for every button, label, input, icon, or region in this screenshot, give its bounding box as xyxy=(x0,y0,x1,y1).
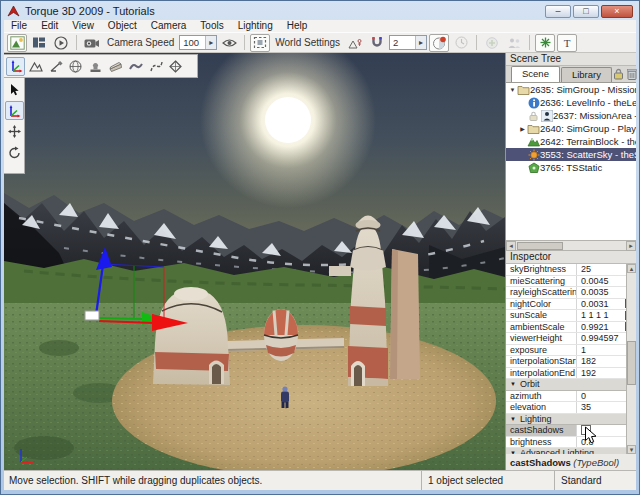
object-snap-magnet-button[interactable] xyxy=(367,34,387,52)
tree-expander-icon[interactable]: ▶ xyxy=(518,125,527,132)
mesh-road-editor-tool[interactable] xyxy=(166,57,185,76)
scroll-right-icon[interactable]: ▸ xyxy=(626,241,636,251)
property-value[interactable]: 25 xyxy=(581,264,591,275)
menu-help[interactable]: Help xyxy=(280,20,315,32)
inspector-scroll-thumb[interactable] xyxy=(627,341,636,385)
property-name[interactable]: viewerHeight xyxy=(506,333,576,344)
gizmo-select-tool[interactable] xyxy=(5,101,24,120)
spinner-arrow-icon[interactable]: ▸ xyxy=(205,36,216,49)
menu-edit[interactable]: Edit xyxy=(34,20,65,32)
gui-editor-button[interactable] xyxy=(29,34,49,52)
property-value[interactable]: 0.0045 xyxy=(581,276,609,287)
minimize-button[interactable]: – xyxy=(545,5,571,18)
scroll-left-icon[interactable]: ◂ xyxy=(506,241,516,251)
forest-editor-tool[interactable] xyxy=(106,57,125,76)
camera-speed-input[interactable]: 100▸ xyxy=(179,35,217,50)
river-editor-tool[interactable] xyxy=(126,57,145,76)
camera-speed-input-value[interactable]: 100 xyxy=(180,36,205,49)
tree-item[interactable]: 3765: TSStatic xyxy=(506,161,636,174)
scroll-thumb[interactable] xyxy=(517,242,563,250)
property-name[interactable]: brightness xyxy=(506,437,576,448)
decal-editor-tool[interactable] xyxy=(86,57,105,76)
rotate-tool[interactable] xyxy=(5,143,24,162)
property-name[interactable]: exposure xyxy=(506,345,576,356)
property-value[interactable]: 0.0035 xyxy=(581,287,609,298)
menu-camera[interactable]: Camera xyxy=(144,20,194,32)
group-collapse-icon[interactable]: ▼ xyxy=(506,414,514,425)
tree-expander-icon[interactable]: ▼ xyxy=(508,87,517,93)
tree-item[interactable]: ▶2640: SimGroup - PlayerDropP xyxy=(506,122,636,135)
road-editor-tool[interactable] xyxy=(146,57,165,76)
property-value[interactable]: 1 xyxy=(581,345,586,356)
property-value[interactable]: 192 xyxy=(581,368,596,379)
terrain-block-icon xyxy=(527,136,540,147)
property-name[interactable]: mieScattering xyxy=(506,276,576,287)
property-value[interactable]: 0.994597 xyxy=(581,333,619,344)
terrain-snap-button[interactable] xyxy=(345,34,365,52)
property-name[interactable]: interpolationEnd xyxy=(506,368,576,379)
text-hud-button[interactable]: T xyxy=(557,34,577,52)
scroll-up-icon[interactable]: ▴ xyxy=(627,264,636,273)
inspector-group-lighting[interactable]: ▼Lighting xyxy=(506,414,636,426)
menu-view[interactable]: View xyxy=(65,20,101,32)
menu-object[interactable]: Object xyxy=(101,20,144,32)
viewport-3d[interactable] xyxy=(4,53,505,472)
object-editor-tool[interactable] xyxy=(6,57,25,76)
brush-angle-icon xyxy=(49,60,63,73)
world-clock-button[interactable] xyxy=(451,34,471,52)
terrain-painter-tool[interactable] xyxy=(46,57,65,76)
property-value[interactable]: 182 xyxy=(581,356,596,367)
property-name[interactable]: azimuth xyxy=(506,391,576,402)
tree-horizontal-scrollbar[interactable]: ◂ ▸ xyxy=(506,241,636,251)
editor-tool-palette xyxy=(4,54,198,78)
menu-tools[interactable]: Tools xyxy=(193,20,230,32)
scroll-down-icon[interactable]: ▾ xyxy=(627,445,636,454)
camera-visibility-button[interactable] xyxy=(219,34,239,52)
property-name[interactable]: sunScale xyxy=(506,310,576,321)
maximize-button[interactable]: □ xyxy=(573,5,599,18)
lock-icon[interactable] xyxy=(613,68,624,80)
play-game-button[interactable] xyxy=(51,34,71,52)
tab-library[interactable]: Library xyxy=(561,67,612,82)
world-editor-button[interactable] xyxy=(7,34,27,52)
property-name[interactable]: elevation xyxy=(506,402,576,413)
select-tool[interactable] xyxy=(5,80,24,99)
snap-size-input[interactable]: 2▸ xyxy=(389,35,427,50)
time-of-day-button[interactable] xyxy=(429,34,449,52)
trash-icon[interactable] xyxy=(627,68,637,80)
inspector-group-orbit[interactable]: ▼Orbit xyxy=(506,379,636,391)
tree-item[interactable]: 2642: TerrainBlock - theTerrain xyxy=(506,135,636,148)
tree-item[interactable]: ▼2635: SimGroup - MissionGroup xyxy=(506,83,636,96)
property-value[interactable]: 0.9921 xyxy=(581,322,609,333)
close-button[interactable]: × xyxy=(601,5,633,18)
group-collapse-icon[interactable]: ▼ xyxy=(506,379,514,390)
property-value[interactable]: 35 xyxy=(581,402,591,413)
camera-button[interactable] xyxy=(82,34,102,52)
snap-size-input-value[interactable]: 2 xyxy=(390,36,415,49)
property-value[interactable]: 0.0031 xyxy=(581,299,609,310)
property-name[interactable]: skyBrightness xyxy=(506,264,576,275)
tree-item[interactable]: 2636: LevelInfo - theLevelInfo xyxy=(506,96,636,109)
environment-editor-tool[interactable] xyxy=(66,57,85,76)
property-value[interactable]: 1 1 1 1 xyxy=(581,310,609,321)
property-name[interactable]: castShadows xyxy=(506,425,576,436)
property-name[interactable]: ambientScale xyxy=(506,322,576,333)
tree-item[interactable]: 3553: ScatterSky - theSky xyxy=(506,148,636,161)
translate-tool[interactable] xyxy=(5,122,24,141)
add-player-button[interactable] xyxy=(482,34,502,52)
property-name[interactable]: nightColor xyxy=(506,299,576,310)
title-bar[interactable]: Torque 3D 2009 - Tutorials – □ × xyxy=(2,2,638,20)
spinner-arrow-icon[interactable]: ▸ xyxy=(415,36,426,49)
property-value[interactable]: 0 xyxy=(581,391,586,402)
property-name[interactable]: rayleighScattering xyxy=(506,287,576,298)
menu-lighting[interactable]: Lighting xyxy=(231,20,280,32)
tab-scene[interactable]: Scene xyxy=(511,66,560,82)
tree-item[interactable]: 2637: MissionArea - theMis xyxy=(506,109,636,122)
terrain-editor-tool[interactable] xyxy=(26,57,45,76)
screenshot-bounds-button[interactable] xyxy=(250,34,270,52)
inspector-scrollbar[interactable]: ▴ ▾ xyxy=(626,264,636,454)
possess-player-button[interactable] xyxy=(504,34,524,52)
property-name[interactable]: interpolationStart xyxy=(506,356,576,367)
menu-file[interactable]: File xyxy=(4,20,34,32)
render-options-button[interactable] xyxy=(535,34,555,52)
